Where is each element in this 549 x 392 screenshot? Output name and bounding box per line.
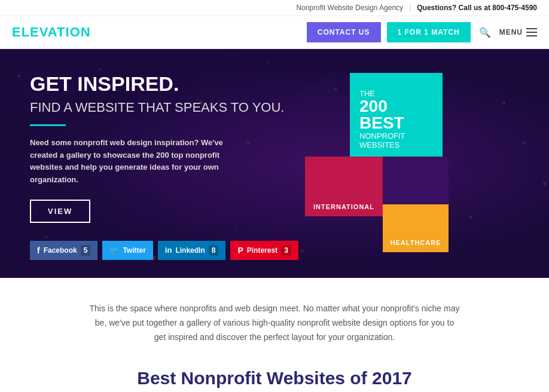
logo[interactable]: ELEVATION [12,24,307,40]
twitter-label: Twitter [123,246,145,255]
match-button[interactable]: 1 FOR 1 MATCH [387,22,471,42]
hero-body: Need some nonprofit web design inspirati… [30,137,245,186]
linkedin-count: 8 [209,245,219,256]
linkedin-icon: in [165,246,172,255]
hero-right: THE 200 BEST NONPROFIT WEBSITES INTERNAT… [305,73,455,240]
pinterest-button[interactable]: P Pinterest 3 [230,241,298,260]
card-number: 200 BEST [359,98,433,131]
card-websites: WEBSITES [359,140,433,149]
top-bar: Nonprofit Website Design Agency | Questi… [0,0,549,16]
section-title: Best Nonprofit Websites of 2017 [72,362,477,392]
hero-content: GET INSPIRED. FIND A WEBSITE THAT SPEAKS… [0,49,549,278]
logo-accent: ION [66,24,91,39]
nav-right: CONTACT US 1 FOR 1 MATCH 🔍 MENU [307,22,537,42]
hero-headline: GET INSPIRED. [30,73,293,95]
facebook-button[interactable]: f Facebook 5 [30,241,97,260]
phone-label: Questions? Call us at 800-475-4590 [417,4,537,12]
agency-label: Nonprofit Website Design Agency [297,4,404,12]
below-hero-text: This is the space where nonprofits and w… [89,302,460,344]
view-button[interactable]: VIEW [30,200,90,223]
pinterest-label: Pinterest [247,246,277,255]
card-health-label: HEALTHCARE [391,239,441,246]
card-main[interactable]: THE 200 BEST NONPROFIT WEBSITES [350,73,443,166]
card-nonprofit: NONPROFIT [359,131,433,140]
main-nav: ELEVATION CONTACT US 1 FOR 1 MATCH 🔍 MEN… [0,16,549,49]
contact-us-button[interactable]: CONTACT US [307,22,381,42]
card-main-text: THE 200 BEST NONPROFIT WEBSITES [359,89,433,149]
top-bar-divider: | [409,4,411,12]
twitter-button[interactable]: 🐦 Twitter [102,241,152,260]
card-healthcare[interactable]: HEALTHCARE [383,204,449,252]
hamburger-icon [526,28,537,36]
facebook-count: 5 [81,245,91,256]
hero-left: GET INSPIRED. FIND A WEBSITE THAT SPEAKS… [30,73,293,260]
logo-text: ELEVAT [12,24,66,39]
facebook-label: Facebook [44,246,77,255]
linkedin-label: LinkedIn [175,246,205,255]
social-bar: f Facebook 5 🐦 Twitter in LinkedIn 8 P P… [30,241,293,260]
menu-button[interactable]: MENU [499,28,537,36]
hero-section: GET INSPIRED. FIND A WEBSITE THAT SPEAKS… [0,49,549,278]
search-icon: 🔍 [479,27,491,38]
twitter-icon: 🐦 [109,246,119,255]
pinterest-count: 3 [281,245,291,256]
menu-label: MENU [499,28,523,36]
card-international[interactable]: INTERNATIONAL [305,157,383,216]
below-hero-section: This is the space where nonprofits and w… [0,278,549,392]
search-button[interactable]: 🔍 [477,24,493,41]
hero-subheadline: FIND A WEBSITE THAT SPEAKS TO YOU. [30,100,293,115]
linkedin-button[interactable]: in LinkedIn 8 [158,241,226,260]
facebook-icon: f [37,246,40,255]
card-intl-label: INTERNATIONAL [313,203,374,210]
pinterest-icon: P [237,246,243,255]
hero-divider [30,124,66,126]
